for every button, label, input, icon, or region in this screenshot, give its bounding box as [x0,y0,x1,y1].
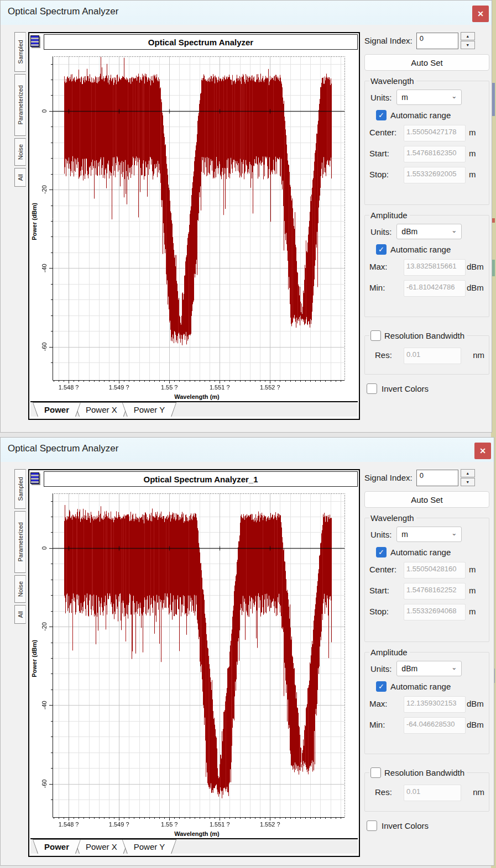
osa-window: Optical Spectrum Analyzer ✕ Sampled Para… [0,437,494,866]
tab-parameterized[interactable]: Parameterized [14,74,26,136]
stop-unit: m [469,604,476,616]
tab-all[interactable]: All [14,605,26,624]
close-button[interactable]: ✕ [474,443,491,459]
max-field[interactable]: 13.8325815661 [404,259,466,276]
osa-window: Optical Spectrum Analyzer ✕ Sampled Para… [0,0,492,433]
center-field[interactable]: 1.55050427178 [404,125,466,141]
window-titlebar[interactable]: Optical Spectrum Analyzer ✕ [1,438,494,462]
tab-parameterized[interactable]: Parameterized [14,511,26,573]
min-label: Min: [369,280,404,292]
wavelength-auto-range-checkbox[interactable]: ✓ [376,110,387,120]
graph-properties-icon[interactable] [30,35,39,47]
signal-type-tabs: Sampled Parameterized Noise All [14,469,26,624]
signal-index-label: Signal Index: [364,36,413,45]
tab-power[interactable]: Power [33,402,81,417]
min-field[interactable]: -64.046628530 [404,717,466,734]
auto-set-button[interactable]: Auto Set [364,54,489,71]
stop-field[interactable]: 1.55332694068 [404,604,466,620]
wavelength-auto-range-checkbox[interactable]: ✓ [376,547,387,557]
spectrum-plot[interactable] [38,51,358,392]
graph-properties-icon[interactable] [30,472,39,484]
auto-range-label: Automatic range [390,548,451,557]
stop-unit: m [469,167,476,179]
chart-header-box: Optical Spectrum Analyzer_1 [44,471,358,487]
wavelength-units-select[interactable]: m ⌄ [396,90,462,105]
settings-panel: Signal Index: 0 ▲ ▼ Auto Set Wavelength … [364,469,489,831]
chevron-down-icon: ⌄ [451,664,457,671]
tab-noise[interactable]: Noise [14,138,26,166]
graph-tabs: Power Power X Power Y [30,838,358,854]
invert-colors-checkbox[interactable]: ✓ [367,820,377,831]
close-icon: ✕ [477,9,484,18]
tab-power-x[interactable]: Power X [74,839,129,854]
start-field[interactable]: 1.54768162350 [404,146,466,162]
invert-colors-checkbox[interactable]: ✓ [367,383,377,394]
center-unit: m [469,125,476,137]
units-label: Units: [370,530,391,539]
min-unit: dBm [467,717,484,729]
amplitude-auto-range-checkbox[interactable]: ✓ [376,244,387,255]
wavelength-group-label: Wavelength [369,513,416,523]
resolution-bandwidth-checkbox[interactable]: ✓ [370,330,381,341]
resolution-bandwidth-checkbox[interactable]: ✓ [370,767,381,778]
tab-power-x[interactable]: Power X [74,402,129,417]
units-label: Units: [370,93,391,102]
chart-header-row: Optical Spectrum Analyzer [30,34,358,50]
check-icon: ✓ [378,683,384,690]
up-arrow-icon: ▲ [466,34,469,38]
res-label: Res: [369,348,404,360]
chart-title: Optical Spectrum Analyzer_1 [143,475,258,484]
auto-range-label: Automatic range [390,245,451,254]
tab-noise[interactable]: Noise [14,575,26,603]
max-field[interactable]: 12.1359302153 [404,696,466,713]
amplitude-units-select[interactable]: dBm ⌄ [396,224,462,239]
window-titlebar[interactable]: Optical Spectrum Analyzer ✕ [1,1,492,25]
max-label: Max: [369,696,404,708]
res-field[interactable]: 0.01 [404,348,461,364]
tab-sampled[interactable]: Sampled [14,469,26,509]
tab-all[interactable]: All [14,168,26,187]
stop-field[interactable]: 1.55332692005 [404,167,466,183]
close-button[interactable]: ✕ [472,6,489,22]
max-label: Max: [369,259,404,271]
up-arrow-icon: ▲ [466,471,469,475]
start-field[interactable]: 1.54768162252 [404,583,466,599]
min-field[interactable]: -61.810424786 [404,280,466,297]
check-icon: ✓ [378,112,384,119]
resolution-bandwidth-group: ✓ Resolution Bandwidth Res: 0.01 nm [364,330,489,375]
amplitude-auto-range-checkbox[interactable]: ✓ [376,681,387,692]
signal-index-input[interactable]: 0 [416,470,458,486]
start-label: Start: [369,583,404,595]
start-unit: m [469,583,476,595]
signal-type-tabs: Sampled Parameterized Noise All [14,32,26,187]
stepper-down-button[interactable]: ▼ [461,41,475,49]
resolution-bandwidth-label: Resolution Bandwidth [384,768,464,777]
spectrum-plot[interactable] [38,488,358,829]
invert-colors-label: Invert Colors [382,821,429,830]
stepper-up-button[interactable]: ▲ [461,469,475,477]
tab-power[interactable]: Power [33,839,81,854]
auto-range-label: Automatic range [390,111,451,120]
tab-power-y[interactable]: Power Y [122,402,176,417]
tab-sampled[interactable]: Sampled [14,32,26,72]
units-label: Units: [370,227,391,236]
auto-set-button[interactable]: Auto Set [364,491,489,508]
stop-label: Stop: [369,167,404,179]
signal-index-stepper: ▲ ▼ [461,32,475,49]
wavelength-units-select[interactable]: m ⌄ [396,527,462,542]
units-label: Units: [370,664,391,674]
amplitude-group-label: Amplitude [369,211,410,220]
signal-index-input[interactable]: 0 [416,33,458,49]
center-field[interactable]: 1.55050428160 [404,562,466,578]
amplitude-units-select[interactable]: dBm ⌄ [396,661,462,676]
amplitude-group: Amplitude Units: dBm ⌄ ✓ Automatic range… [364,648,489,754]
res-field[interactable]: 0.01 [404,785,461,801]
center-label: Center: [369,562,404,574]
tab-power-y[interactable]: Power Y [122,839,176,854]
max-unit: dBm [467,259,484,271]
stepper-up-button[interactable]: ▲ [461,32,475,40]
stepper-down-button[interactable]: ▼ [461,478,475,486]
down-arrow-icon: ▼ [466,480,469,484]
stop-label: Stop: [369,604,404,616]
y-axis-label: Power (dBm) [31,203,38,240]
